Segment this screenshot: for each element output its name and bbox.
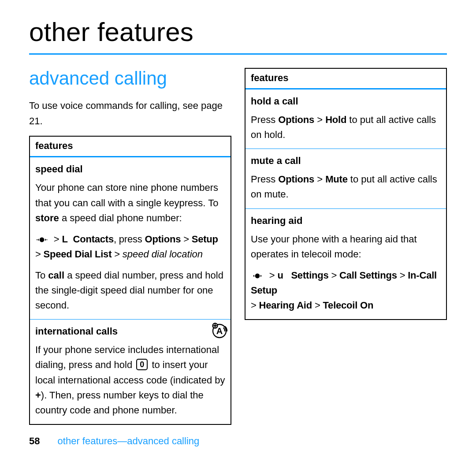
left-column: advanced calling To use voice commands f… bbox=[29, 68, 231, 425]
section-heading: advanced calling bbox=[29, 68, 231, 89]
page-number: 58 bbox=[29, 435, 40, 446]
footer-label: other features—advanced calling bbox=[58, 435, 200, 446]
two-column-layout: advanced calling To use voice commands f… bbox=[29, 68, 447, 425]
row-title-hold: hold a call bbox=[251, 94, 441, 109]
table-row: hearing aid Use your phone with a hearin… bbox=[245, 209, 446, 320]
speed-dial-call-paragraph: To call a speed dial number, press and h… bbox=[35, 268, 225, 313]
page-footer: 58 other features—advanced calling bbox=[29, 435, 447, 447]
hearing-aid-path: > u Settings > Call Settings > In-Call S… bbox=[251, 268, 441, 313]
table-row: hold a call Press Options > Hold to put … bbox=[245, 89, 446, 149]
table-header: features bbox=[245, 69, 446, 89]
navigation-key-icon bbox=[252, 271, 263, 280]
international-paragraph: If your phone service includes internati… bbox=[35, 342, 225, 417]
table-row: speed dial Your phone can store nine pho… bbox=[30, 157, 231, 320]
speed-dial-setup-path: > L Contacts, press Options > Setup > Sp… bbox=[35, 232, 225, 262]
features-table-left: features speed dial Your phone can store… bbox=[29, 136, 231, 424]
hearing-aid-paragraph: Use your phone with a hearing aid that o… bbox=[251, 232, 441, 262]
svg-point-8 bbox=[255, 274, 260, 278]
svg-marker-9 bbox=[253, 275, 254, 277]
table-header: features bbox=[30, 137, 231, 157]
right-column: features hold a call Press Options > Hol… bbox=[245, 68, 447, 425]
features-table-right: features hold a call Press Options > Hol… bbox=[245, 68, 447, 320]
row-title-hearing-aid: hearing aid bbox=[251, 213, 441, 228]
row-title-mute: mute a call bbox=[251, 153, 441, 168]
network-feature-icon: A bbox=[211, 322, 228, 343]
hold-paragraph: Press Options > Hold to put all active c… bbox=[251, 112, 441, 142]
svg-marker-10 bbox=[260, 275, 262, 277]
speed-dial-store-paragraph: Your phone can store nine phone numbers … bbox=[35, 180, 225, 225]
svg-point-0 bbox=[40, 238, 44, 242]
mute-paragraph: Press Options > Mute to put all active c… bbox=[251, 172, 441, 202]
intro-text: To use voice commands for calling, see p… bbox=[29, 98, 231, 129]
table-row: mute a call Press Options > Mute to put … bbox=[245, 149, 446, 208]
page: other features advanced calling To use v… bbox=[0, 0, 476, 447]
zero-key-icon: 0 bbox=[136, 359, 148, 370]
svg-marker-1 bbox=[37, 238, 39, 241]
table-row: international calls A If bbox=[30, 320, 231, 424]
row-title-international: international calls bbox=[35, 324, 225, 339]
navigation-key-icon bbox=[36, 235, 48, 244]
svg-marker-2 bbox=[45, 238, 46, 241]
row-title-speed-dial: speed dial bbox=[35, 162, 225, 177]
page-title: other features bbox=[29, 17, 447, 55]
